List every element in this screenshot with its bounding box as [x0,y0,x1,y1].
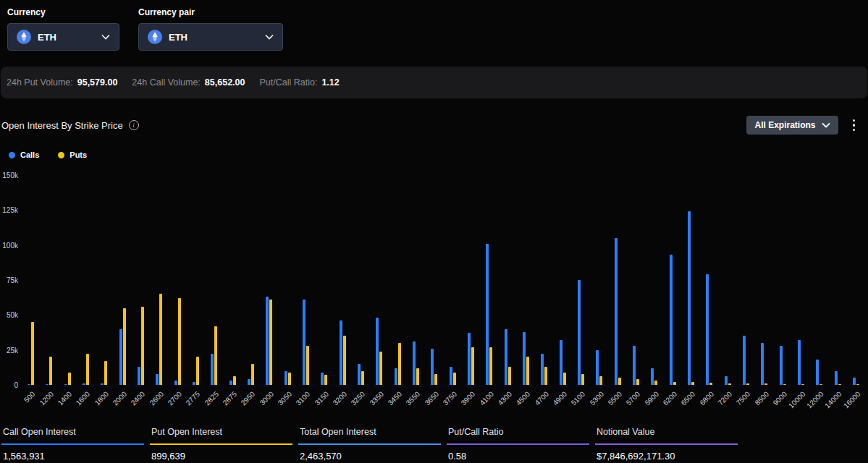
x-tick-cell: 2000 [114,385,132,420]
put-bar [159,294,162,385]
x-tick-cell: 2950 [242,385,260,420]
currency-pair-select[interactable]: ETH [138,23,283,51]
put-bar [251,364,254,385]
bar-group [407,175,425,385]
call-bar [211,354,214,385]
bar-group [792,175,810,385]
x-tick-cell: 3450 [389,385,407,420]
y-axis-tick: 25k [7,346,18,354]
x-axis-label: 3100 [295,390,312,407]
x-tick-cell: 2875 [224,385,242,420]
put-bar [49,357,52,385]
x-tick-cell: 1400 [59,385,77,420]
put-bar [86,354,89,385]
bar-group [352,175,370,385]
bar-group [627,175,645,385]
bar-group [150,175,168,385]
legend-dot [9,152,15,158]
call-bar [835,371,838,385]
bar-group [315,175,333,385]
y-axis-tick: 100k [2,241,18,249]
put-bar [581,374,584,385]
bar-group [77,175,95,385]
x-tick-cell: 3000 [260,385,278,420]
put-bar [233,376,236,385]
x-axis-label: 2000 [111,390,129,407]
x-axis-label: 4500 [515,390,532,407]
x-axis-label: 4700 [533,390,550,407]
bar-group [682,175,700,385]
put-bar [269,300,272,385]
stat-card-value: 2,463,570 [298,445,441,462]
put-bar [196,357,199,385]
put-bar [508,367,511,385]
currency-select[interactable]: ETH [7,23,119,51]
put-bar [453,373,456,385]
bar-group [114,175,132,385]
x-axis-label: 3450 [387,390,404,407]
x-tick-cell: 3900 [462,385,480,420]
call-bar [321,373,324,385]
put-bar [324,375,327,385]
bar-group [224,175,242,385]
bar-group [187,175,205,385]
y-axis-tick: 50k [7,311,18,319]
bar-group [535,175,553,385]
currency-value: ETH [38,32,95,43]
y-axis-tick: 150k [2,171,18,179]
x-axis-label: 3750 [441,390,458,407]
x-axis-label: 8500 [753,390,770,407]
bar-group [554,175,572,385]
volume-stat: 24h Put Volume:95,579.00 [7,77,117,88]
x-axis-label: 2700 [167,390,184,407]
stat-card-label: Notional Value [595,422,738,445]
legend-dot [58,152,64,158]
stat-card: Call Open Interest1,563,931 [1,422,144,462]
bar-group [590,175,608,385]
plot-area [22,175,865,385]
call-bar [743,336,746,385]
x-axis-label: 2950 [240,390,257,407]
legend-item-puts[interactable]: Puts [58,150,87,159]
x-tick-cell: 8500 [755,385,773,420]
x-tick-cell: 3250 [352,385,370,420]
x-tick-cell: 3200 [334,385,352,420]
x-tick-cell: 3550 [407,385,425,420]
x-tick-cell: 2400 [132,385,150,420]
call-bar [780,346,783,385]
call-bar [706,274,709,385]
stat-card: Put/Call Ratio0.58 [447,422,589,462]
volume-stat-label: 24h Call Volume: [132,77,201,88]
expirations-filter-button[interactable]: All Expirations [746,116,838,135]
call-bar [633,346,636,385]
stat-card-label: Total Open Interest [298,422,441,445]
put-bar [544,367,547,385]
x-axis-label: 3900 [460,390,477,407]
volume-stat-label: 24h Put Volume: [7,77,73,88]
call-bar [395,368,397,385]
call-bar [505,329,507,385]
x-axis-label: 2775 [185,390,202,407]
x-tick-cell: 500 [22,385,40,420]
x-tick-cell: 3650 [425,385,443,420]
bar-group [737,175,755,385]
volume-stat-value: 1.12 [321,77,339,88]
legend-item-calls[interactable]: Calls [9,150,39,159]
x-axis-label: 4300 [496,390,513,407]
expirations-filter-label: All Expirations [754,120,815,130]
x-axis-label: 6200 [661,390,678,407]
put-bar [214,326,217,385]
put-bar [104,361,107,385]
x-axis-label: 6800 [698,390,715,407]
x-axis-label: 5300 [588,390,605,407]
info-icon[interactable]: i [129,120,139,130]
put-bar [123,308,126,385]
chevron-down-icon [265,34,274,40]
call-bar [376,318,379,385]
more-options-button[interactable] [850,116,859,135]
bar-group [499,175,517,385]
stat-card-value: $7,846,692,171.30 [595,445,738,462]
bar-group [718,175,736,385]
x-tick-cell: 5900 [645,385,663,420]
call-bar [266,297,269,385]
